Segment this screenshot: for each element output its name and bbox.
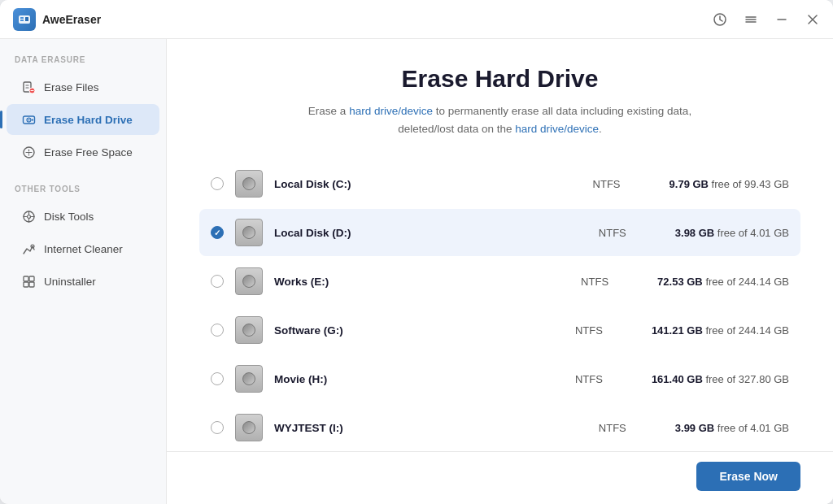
sidebar-item-erase-hard-drive[interactable]: Erase Hard Drive [7, 104, 159, 135]
drive-name-g: Software (G:) [274, 324, 564, 337]
main-content: Erase Hard Drive Erase a hard drive/devi… [167, 39, 833, 451]
section-other-tools-label: OTHER TOOLS [0, 185, 166, 200]
sidebar-item-erase-free-space[interactable]: Erase Free Space [7, 137, 159, 167]
close-button[interactable] [805, 12, 820, 27]
app-title: AweEraser [42, 13, 101, 26]
drive-icon-c [235, 170, 263, 198]
drive-fs-g: NTFS [575, 324, 640, 337]
drive-size-g: 141.21 GB free of 244.14 GB [652, 324, 789, 337]
menu-button[interactable] [744, 12, 758, 27]
page-description: Erase a hard drive/device to permanently… [199, 102, 800, 137]
drive-fs-h: NTFS [575, 373, 640, 385]
drive-radio-g[interactable] [211, 324, 224, 337]
minimize-button[interactable] [774, 12, 789, 27]
svg-rect-32 [24, 282, 28, 287]
drive-fs-e: NTFS [581, 276, 646, 288]
drive-size-i: 3.99 GB free of 4.01 GB [675, 422, 789, 434]
drive-icon-i [235, 414, 263, 441]
sidebar-item-disk-tools[interactable]: Disk Tools [7, 201, 159, 232]
internet-cleaner-icon [21, 241, 36, 256]
drive-radio-c[interactable] [211, 177, 224, 190]
drive-row[interactable]: Local Disk (C:) NTFS 9.79 GB free of 99.… [199, 160, 800, 207]
history-button[interactable] [713, 12, 727, 27]
drive-list: Local Disk (C:) NTFS 9.79 GB free of 99.… [199, 160, 800, 451]
drive-name-c: Local Disk (C:) [274, 178, 582, 190]
drive-name-e: Works (E:) [274, 276, 569, 288]
drive-fs-d: NTFS [599, 227, 664, 239]
drive-icon-e [235, 267, 263, 295]
drive-icon-g [235, 316, 263, 344]
drive-name-d: Local Disk (D:) [274, 227, 587, 239]
titlebar-controls [713, 12, 820, 27]
app-logo-icon [13, 8, 36, 31]
erase-hard-drive-icon [21, 112, 36, 127]
sidebar: DATA ERASURE Erase Files [0, 39, 167, 504]
drive-radio-i[interactable] [211, 421, 224, 434]
erase-files-icon [21, 80, 36, 94]
drive-name-h: Movie (H:) [274, 373, 564, 385]
svg-rect-30 [24, 276, 28, 281]
sidebar-item-erase-files[interactable]: Erase Files [7, 72, 159, 102]
svg-rect-31 [29, 276, 34, 281]
drive-row[interactable]: Software (G:) NTFS 141.21 GB free of 244… [199, 306, 800, 354]
page-title: Erase Hard Drive [199, 65, 800, 93]
disk-tools-icon [21, 209, 36, 224]
svg-rect-3 [25, 17, 28, 21]
sidebar-item-internet-cleaner[interactable]: Internet Cleaner [7, 233, 159, 264]
sidebar-item-erase-free-space-label: Erase Free Space [44, 146, 133, 159]
drive-row[interactable]: Movie (H:) NTFS 161.40 GB free of 327.80… [199, 355, 800, 402]
sidebar-item-internet-cleaner-label: Internet Cleaner [44, 243, 123, 255]
sidebar-item-disk-tools-label: Disk Tools [44, 211, 94, 223]
app-window: AweEraser [0, 0, 833, 504]
drive-size-e: 72.53 GB free of 244.14 GB [657, 276, 789, 288]
drive-radio-d[interactable] [211, 226, 224, 239]
svg-point-18 [28, 119, 29, 120]
drive-radio-h[interactable] [211, 372, 224, 385]
sidebar-item-uninstaller-label: Uninstaller [44, 276, 96, 288]
svg-point-24 [27, 215, 30, 218]
main-area: Erase Hard Drive Erase a hard drive/devi… [167, 39, 833, 504]
erase-now-button[interactable]: Erase Now [696, 462, 800, 491]
sidebar-item-uninstaller[interactable]: Uninstaller [7, 266, 159, 297]
drive-row[interactable]: WYJTEST (I:) NTFS 3.99 GB free of 4.01 G… [199, 404, 800, 451]
titlebar-left: AweEraser [13, 8, 101, 31]
drive-size-d: 3.98 GB free of 4.01 GB [675, 227, 789, 239]
titlebar: AweEraser [0, 0, 833, 39]
drive-size-h: 161.40 GB free of 327.80 GB [652, 373, 789, 385]
drive-row-selected[interactable]: Local Disk (D:) NTFS 3.98 GB free of 4.0… [199, 209, 800, 256]
sidebar-item-erase-hard-drive-label: Erase Hard Drive [44, 114, 133, 126]
drive-radio-e[interactable] [211, 275, 224, 288]
drive-icon-d [235, 219, 263, 246]
erase-free-space-icon [21, 145, 36, 159]
drive-size-c: 9.79 GB free of 99.43 GB [669, 178, 789, 190]
drive-row[interactable]: Works (E:) NTFS 72.53 GB free of 244.14 … [199, 258, 800, 305]
svg-rect-33 [29, 282, 34, 287]
section-data-erasure-label: DATA ERASURE [0, 55, 166, 71]
body: DATA ERASURE Erase Files [0, 39, 833, 504]
drive-icon-h [235, 365, 263, 393]
svg-rect-19 [32, 119, 33, 120]
drive-name-i: WYJTEST (I:) [274, 422, 587, 434]
svg-rect-1 [20, 17, 24, 19]
svg-rect-2 [20, 20, 24, 21]
drive-fs-c: NTFS [593, 178, 658, 190]
drive-fs-i: NTFS [599, 422, 664, 434]
sidebar-item-erase-files-label: Erase Files [44, 81, 99, 93]
uninstaller-icon [21, 274, 36, 289]
footer: Erase Now [167, 451, 833, 504]
